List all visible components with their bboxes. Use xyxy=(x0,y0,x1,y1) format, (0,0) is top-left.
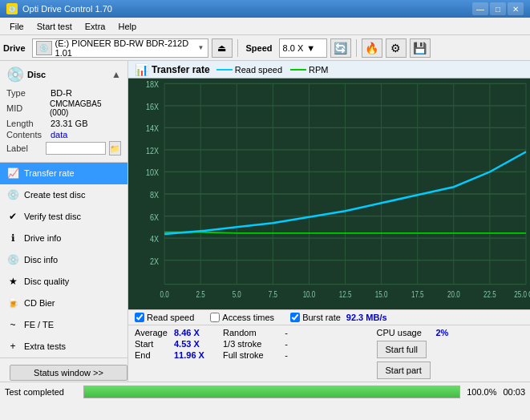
label-label: Label xyxy=(6,143,42,153)
chart-area: 18X 16X 14X 12X 10X 8X 6X 4X 2X 0.0 2.5 … xyxy=(128,79,530,309)
nav-drive-info[interactable]: ℹ Drive info xyxy=(0,228,127,249)
nav-cd-bier-label: CD Bier xyxy=(24,298,55,308)
menu-extra[interactable]: Extra xyxy=(79,20,112,33)
chart-icon: 📊 xyxy=(135,63,148,76)
separator xyxy=(237,39,238,57)
contents-value: data xyxy=(51,130,67,139)
stroke13-label: 1/3 stroke xyxy=(223,339,275,349)
svg-text:14X: 14X xyxy=(146,123,159,133)
legend-read-speed-color xyxy=(216,69,233,71)
start-stat-row: Start 4.53 X xyxy=(135,338,210,349)
menu-file[interactable]: File xyxy=(3,20,30,33)
chart-legend: Read speed RPM xyxy=(216,65,329,75)
average-label: Average xyxy=(135,328,171,337)
maximize-button[interactable]: □ xyxy=(490,2,506,15)
nav-disc-info[interactable]: 💿 Disc info xyxy=(0,249,127,271)
title-bar: 💿 Opti Drive Control 1.70 — □ ✕ xyxy=(0,0,530,18)
disc-info-panel: 💿 Disc ▲ Type BD-R MID CMCMAGBA5 (000) L… xyxy=(0,61,127,163)
save-button[interactable]: 💾 xyxy=(410,38,431,58)
progress-bar xyxy=(83,386,460,398)
drive-selector[interactable]: 💿 (E:) PIONEER BD-RW BDR-212D 1.01 ▼ xyxy=(32,38,208,58)
legend-rpm: RPM xyxy=(290,65,328,75)
speed-value: 8.0 X xyxy=(283,43,304,53)
settings-button[interactable]: ⚙ xyxy=(386,38,407,58)
speed-selector[interactable]: 8.0 X ▼ xyxy=(279,38,327,58)
disc-big-icon: 💿 xyxy=(6,66,24,83)
burst-rate-value: 92.3 MB/s xyxy=(346,313,387,322)
stroke13-value: - xyxy=(278,339,294,349)
nav-cd-bier[interactable]: 🍺 CD Bier xyxy=(0,293,127,314)
start-label: Start xyxy=(135,339,171,349)
menu-help[interactable]: Help xyxy=(111,20,143,33)
drive-toolbar: Drive 💿 (E:) PIONEER BD-RW BDR-212D 1.01… xyxy=(0,35,530,61)
sidebar: 💿 Disc ▲ Type BD-R MID CMCMAGBA5 (000) L… xyxy=(0,61,128,382)
disc-section-label: Disc xyxy=(27,70,46,79)
eject-button[interactable]: ⏏ xyxy=(212,38,233,58)
nav-verify-test-disc[interactable]: ✔ Verify test disc xyxy=(0,206,127,228)
svg-text:16X: 16X xyxy=(146,102,159,111)
drive-info-icon: ℹ xyxy=(6,232,19,244)
legend-read-speed: Read speed xyxy=(216,65,282,75)
drive-icon: 💿 xyxy=(36,41,52,55)
nav-fe-te[interactable]: ~ FE / TE xyxy=(0,314,127,336)
fe-te-icon: ~ xyxy=(6,318,19,331)
nav-disc-quality[interactable]: ★ Disc quality xyxy=(0,271,127,293)
speed-label: Speed xyxy=(243,43,276,53)
disc-collapse-arrow[interactable]: ▲ xyxy=(111,69,121,80)
menu-bar: File Start test Extra Help xyxy=(0,18,530,35)
nav-disc-info-label: Disc info xyxy=(24,255,58,265)
svg-text:25.0 GB: 25.0 GB xyxy=(514,290,530,299)
label-input[interactable] xyxy=(46,142,106,155)
menu-start-test[interactable]: Start test xyxy=(30,20,79,33)
transfer-rate-icon: 📈 xyxy=(6,167,19,180)
read-speed-checkbox-label: Read speed xyxy=(147,313,194,322)
progress-bar-fill xyxy=(84,386,459,398)
disc-quality-icon: ★ xyxy=(6,275,19,288)
svg-text:20.0: 20.0 xyxy=(447,290,460,299)
start-full-button[interactable]: Start full xyxy=(377,341,427,358)
svg-text:0.0: 0.0 xyxy=(160,290,169,299)
random-value: - xyxy=(278,328,294,337)
nav-create-test-disc-label: Create test disc xyxy=(24,190,85,200)
burn-button[interactable]: 🔥 xyxy=(362,38,382,58)
svg-text:6X: 6X xyxy=(150,212,159,222)
full-stroke-label: Full stroke xyxy=(223,350,275,360)
start-part-button[interactable]: Start part xyxy=(377,361,431,379)
svg-text:12X: 12X xyxy=(146,146,159,155)
end-label: End xyxy=(135,350,171,360)
nav-create-test-disc[interactable]: 💿 Create test disc xyxy=(0,184,127,206)
end-value: 11.96 X xyxy=(174,350,210,360)
nav-transfer-rate[interactable]: 📈 Transfer rate xyxy=(0,163,127,184)
cpu-value: 2% xyxy=(436,328,449,337)
access-times-checkbox-label: Access times xyxy=(222,313,274,322)
drive-dropdown-arrow: ▼ xyxy=(198,44,204,51)
svg-text:12.5: 12.5 xyxy=(339,290,352,299)
extra-tests-icon: + xyxy=(6,340,19,353)
progress-time: 00:03 xyxy=(503,387,525,397)
read-speed-checkbox-row: Read speed xyxy=(135,313,194,322)
minimize-button[interactable]: — xyxy=(472,2,488,15)
app-title: Opti Drive Control 1.70 xyxy=(22,4,112,14)
read-speed-checkbox[interactable] xyxy=(135,313,144,322)
refresh-button[interactable]: 🔄 xyxy=(330,38,351,58)
access-times-checkbox[interactable] xyxy=(210,313,220,322)
drive-name: (E:) PIONEER BD-RW BDR-212D 1.01 xyxy=(55,38,195,58)
svg-text:22.5: 22.5 xyxy=(483,290,496,299)
nav-extra-tests[interactable]: + Extra tests xyxy=(0,336,127,357)
create-test-disc-icon: 💿 xyxy=(6,188,19,201)
stroke13-stat-row: 1/3 stroke - xyxy=(223,338,370,349)
svg-text:10X: 10X xyxy=(146,168,159,178)
close-button[interactable]: ✕ xyxy=(508,2,524,15)
svg-text:18X: 18X xyxy=(146,79,159,89)
legend-read-speed-label: Read speed xyxy=(235,65,282,75)
average-stat-row: Average 8.46 X xyxy=(135,327,210,338)
length-label: Length xyxy=(6,119,51,128)
start-value: 4.53 X xyxy=(174,339,210,349)
svg-text:5.0: 5.0 xyxy=(233,290,241,299)
nav-extra-tests-label: Extra tests xyxy=(24,341,66,351)
status-window-button[interactable]: Status window >> xyxy=(10,365,127,381)
verify-test-disc-icon: ✔ xyxy=(6,210,19,223)
label-browse-button[interactable]: 📁 xyxy=(109,141,121,155)
random-stat-row: Random - xyxy=(223,327,370,338)
burst-rate-checkbox[interactable] xyxy=(290,313,300,322)
